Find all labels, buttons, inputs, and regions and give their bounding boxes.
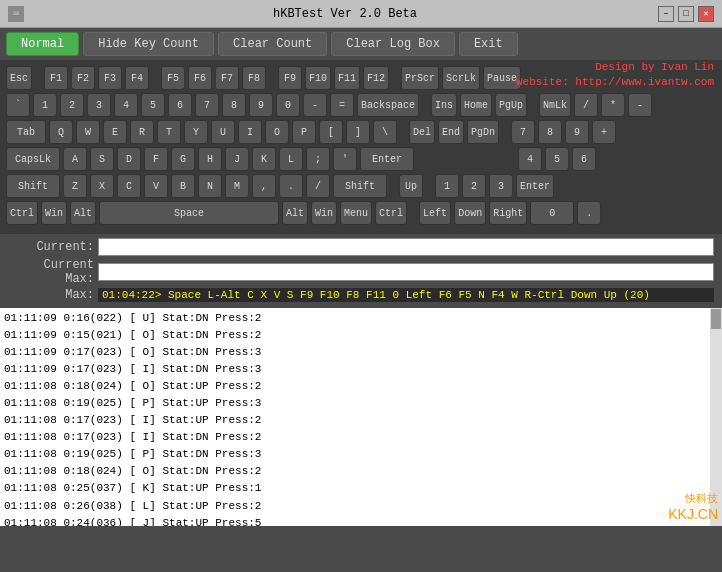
key-num-minus[interactable]: - [628, 93, 652, 117]
key-k[interactable]: K [252, 147, 276, 171]
key-f6[interactable]: F6 [188, 66, 212, 90]
key-3[interactable]: 3 [87, 93, 111, 117]
key-right[interactable]: Right [489, 201, 527, 225]
key-f10[interactable]: F10 [305, 66, 331, 90]
key-num2[interactable]: 2 [462, 174, 486, 198]
clear-log-box-button[interactable]: Clear Log Box [331, 32, 455, 56]
key-num4[interactable]: 4 [518, 147, 542, 171]
key-u[interactable]: U [211, 120, 235, 144]
key-4[interactable]: 4 [114, 93, 138, 117]
key-8[interactable]: 8 [222, 93, 246, 117]
key-rctrl[interactable]: Ctrl [375, 201, 407, 225]
key-lalt[interactable]: Alt [70, 201, 96, 225]
key-left[interactable]: Left [419, 201, 451, 225]
key-menu[interactable]: Menu [340, 201, 372, 225]
key-up[interactable]: Up [399, 174, 423, 198]
key-s[interactable]: S [90, 147, 114, 171]
key-p[interactable]: P [292, 120, 316, 144]
key-2[interactable]: 2 [60, 93, 84, 117]
key-rbracket[interactable]: ] [346, 120, 370, 144]
key-ins[interactable]: Ins [431, 93, 457, 117]
key-scrlk[interactable]: ScrLk [442, 66, 480, 90]
key-a[interactable]: A [63, 147, 87, 171]
key-0[interactable]: 0 [276, 93, 300, 117]
key-e[interactable]: E [103, 120, 127, 144]
key-q[interactable]: Q [49, 120, 73, 144]
normal-button[interactable]: Normal [6, 32, 79, 56]
key-f9[interactable]: F9 [278, 66, 302, 90]
key-ralt[interactable]: Alt [282, 201, 308, 225]
key-num-plus[interactable]: + [592, 120, 616, 144]
scrollbar-thumb[interactable] [711, 309, 721, 329]
key-b[interactable]: B [171, 174, 195, 198]
key-enter[interactable]: Enter [360, 147, 414, 171]
maximize-button[interactable]: □ [678, 6, 694, 22]
key-num0[interactable]: 0 [530, 201, 574, 225]
key-del[interactable]: Del [409, 120, 435, 144]
key-num8[interactable]: 8 [538, 120, 562, 144]
key-f1[interactable]: F1 [44, 66, 68, 90]
key-z[interactable]: Z [63, 174, 87, 198]
key-home[interactable]: Home [460, 93, 492, 117]
key-num7[interactable]: 7 [511, 120, 535, 144]
key-backspace[interactable]: Backspace [357, 93, 419, 117]
key-o[interactable]: O [265, 120, 289, 144]
key-pgup[interactable]: PgUp [495, 93, 527, 117]
key-f4[interactable]: F4 [125, 66, 149, 90]
key-t[interactable]: T [157, 120, 181, 144]
current-input[interactable] [98, 238, 714, 256]
key-1[interactable]: 1 [33, 93, 57, 117]
key-backtick[interactable]: ` [6, 93, 30, 117]
key-w[interactable]: W [76, 120, 100, 144]
close-button[interactable]: ✕ [698, 6, 714, 22]
key-num-slash[interactable]: / [574, 93, 598, 117]
key-f7[interactable]: F7 [215, 66, 239, 90]
clear-count-button[interactable]: Clear Count [218, 32, 327, 56]
key-g[interactable]: G [171, 147, 195, 171]
key-5[interactable]: 5 [141, 93, 165, 117]
key-6[interactable]: 6 [168, 93, 192, 117]
key-f12[interactable]: F12 [363, 66, 389, 90]
minimize-button[interactable]: – [658, 6, 674, 22]
key-num3[interactable]: 3 [489, 174, 513, 198]
key-pgdn[interactable]: PgDn [467, 120, 499, 144]
key-tab[interactable]: Tab [6, 120, 46, 144]
key-f[interactable]: F [144, 147, 168, 171]
key-num9[interactable]: 9 [565, 120, 589, 144]
key-l[interactable]: L [279, 147, 303, 171]
key-j[interactable]: J [225, 147, 249, 171]
key-prtscr[interactable]: PrScr [401, 66, 439, 90]
key-num-enter[interactable]: Enter [516, 174, 554, 198]
key-v[interactable]: V [144, 174, 168, 198]
key-lbracket[interactable]: [ [319, 120, 343, 144]
key-f2[interactable]: F2 [71, 66, 95, 90]
key-esc[interactable]: Esc [6, 66, 32, 90]
key-quote[interactable]: ' [333, 147, 357, 171]
key-c[interactable]: C [117, 174, 141, 198]
key-f11[interactable]: F11 [334, 66, 360, 90]
key-7[interactable]: 7 [195, 93, 219, 117]
key-semicolon[interactable]: ; [306, 147, 330, 171]
key-num1[interactable]: 1 [435, 174, 459, 198]
key-fwdslash[interactable]: / [306, 174, 330, 198]
key-lctrl[interactable]: Ctrl [6, 201, 38, 225]
key-backslash[interactable]: \ [373, 120, 397, 144]
hide-key-count-button[interactable]: Hide Key Count [83, 32, 214, 56]
key-num-dot[interactable]: . [577, 201, 601, 225]
key-x[interactable]: X [90, 174, 114, 198]
key-r[interactable]: R [130, 120, 154, 144]
key-lshift[interactable]: Shift [6, 174, 60, 198]
key-n[interactable]: N [198, 174, 222, 198]
key-lwin[interactable]: Win [41, 201, 67, 225]
key-m[interactable]: M [225, 174, 249, 198]
key-num5[interactable]: 5 [545, 147, 569, 171]
key-i[interactable]: I [238, 120, 262, 144]
key-y[interactable]: Y [184, 120, 208, 144]
exit-button[interactable]: Exit [459, 32, 518, 56]
key-f3[interactable]: F3 [98, 66, 122, 90]
key-down[interactable]: Down [454, 201, 486, 225]
key-num6[interactable]: 6 [572, 147, 596, 171]
key-equals[interactable]: = [330, 93, 354, 117]
key-f5[interactable]: F5 [161, 66, 185, 90]
log-area[interactable]: 01:11:09 0:16(022) [ U] Stat:DN Press:20… [0, 308, 722, 526]
